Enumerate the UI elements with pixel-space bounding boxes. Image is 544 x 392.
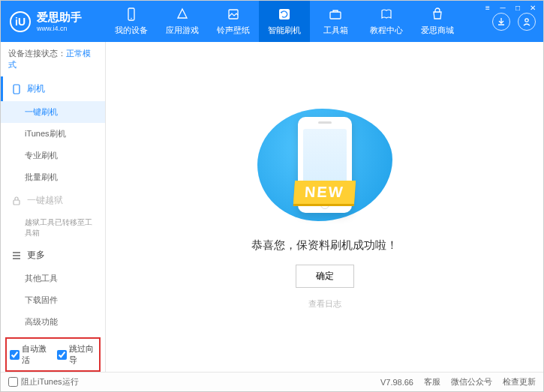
success-message: 恭喜您，保资料刷机成功啦！ — [251, 238, 398, 253]
view-log-link[interactable]: 查看日志 — [308, 298, 341, 310]
svg-point-5 — [525, 18, 528, 21]
minimize-icon[interactable]: ─ — [497, 4, 509, 13]
sidebar-item-oneclick[interactable]: 一键刷机 — [1, 101, 105, 123]
update-link[interactable]: 检查更新 — [503, 376, 536, 388]
maximize-icon[interactable]: □ — [512, 4, 524, 13]
success-illustration: NEW — [254, 105, 396, 225]
download-button[interactable] — [492, 13, 510, 31]
user-button[interactable] — [518, 13, 536, 31]
version-label: V7.98.66 — [380, 378, 413, 387]
device-icon — [124, 7, 139, 22]
window-controls: ≡ ─ □ ✕ — [482, 4, 539, 13]
lock-icon — [12, 196, 21, 205]
auto-activate-checkbox[interactable]: 自动激活 — [10, 343, 50, 366]
store-icon — [430, 7, 445, 22]
sidebar-item-pro[interactable]: 专业刷机 — [1, 145, 105, 166]
sidebar-section-jailbreak: 一键越狱 — [1, 188, 105, 213]
block-itunes-checkbox[interactable]: 阻止iTunes运行 — [8, 376, 79, 388]
phone-icon — [12, 84, 21, 94]
new-ribbon: NEW — [293, 181, 356, 204]
service-link[interactable]: 客服 — [424, 376, 440, 388]
sidebar-item-other[interactable]: 其他工具 — [1, 268, 105, 289]
apps-icon — [175, 7, 190, 22]
nav-flash[interactable]: 智能刷机 — [259, 1, 310, 42]
sidebar-item-itunes[interactable]: iTunes刷机 — [1, 123, 105, 145]
sidebar-item-batch[interactable]: 批量刷机 — [1, 166, 105, 188]
sidebar-section-flash[interactable]: 刷机 — [1, 76, 105, 101]
skip-guide-checkbox[interactable]: 跳过向导 — [57, 343, 97, 366]
svg-rect-4 — [330, 12, 341, 19]
app-url: www.i4.cn — [37, 25, 82, 32]
nav-store[interactable]: 爱思商城 — [412, 1, 463, 42]
book-icon — [379, 7, 394, 22]
nav-toolbox[interactable]: 工具箱 — [310, 1, 361, 42]
main-content: NEW 恭喜您，保资料刷机成功啦！ 确定 查看日志 — [106, 42, 543, 372]
svg-rect-7 — [14, 200, 20, 205]
toolbox-icon — [328, 7, 343, 22]
connection-status: 设备连接状态：正常模式 — [1, 42, 105, 76]
svg-rect-3 — [279, 9, 290, 19]
flash-icon — [277, 7, 292, 22]
menu-icon[interactable]: ≡ — [482, 4, 494, 13]
ok-button[interactable]: 确定 — [296, 265, 354, 288]
svg-rect-6 — [14, 85, 20, 94]
wallpaper-icon — [226, 7, 241, 22]
sidebar-item-download[interactable]: 下载固件 — [1, 289, 105, 311]
logo: iU 爱思助手 www.i4.cn — [1, 10, 106, 32]
nav-my-device[interactable]: 我的设备 — [106, 1, 157, 42]
app-name: 爱思助手 — [37, 10, 82, 25]
main-nav: 我的设备 应用游戏 铃声壁纸 智能刷机 工具箱 教程中心 — [106, 1, 485, 42]
menu-icon — [12, 251, 21, 260]
nav-apps[interactable]: 应用游戏 — [157, 1, 208, 42]
wechat-link[interactable]: 微信公众号 — [451, 376, 492, 388]
titlebar: ≡ ─ □ ✕ iU 爱思助手 www.i4.cn 我的设备 应用游戏 铃声壁纸 — [1, 1, 543, 42]
nav-tutorials[interactable]: 教程中心 — [361, 1, 412, 42]
nav-ringtones[interactable]: 铃声壁纸 — [208, 1, 259, 42]
sidebar: 设备连接状态：正常模式 刷机 一键刷机 iTunes刷机 专业刷机 批量刷机 一… — [1, 42, 106, 372]
close-icon[interactable]: ✕ — [527, 4, 539, 13]
statusbar: 阻止iTunes运行 V7.98.66 客服 微信公众号 检查更新 — [1, 372, 543, 391]
sidebar-section-more[interactable]: 更多 — [1, 243, 105, 268]
logo-icon: iU — [10, 11, 31, 32]
svg-point-1 — [131, 18, 132, 19]
jailbreak-note: 越狱工具已转移至工具箱 — [1, 213, 105, 243]
options-box: 自动激活 跳过向导 — [5, 337, 101, 372]
sidebar-item-advanced[interactable]: 高级功能 — [1, 311, 105, 333]
